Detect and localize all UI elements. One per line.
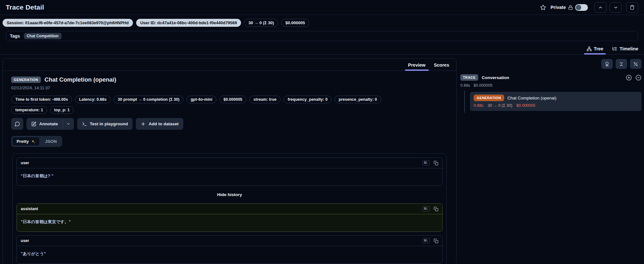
tab-preview-label: Preview: [408, 62, 426, 68]
privacy-toggle[interactable]: [575, 4, 588, 11]
observation-meta-badge: temperature: 1: [11, 106, 47, 114]
message-block: assistant M↓ "日本の首都は東京です。": [17, 203, 443, 232]
observation-actions: Annotate Test in playground: [11, 118, 448, 130]
annotate-dropdown-button[interactable]: [63, 118, 74, 130]
observation-meta-badge: stream: true: [249, 96, 281, 103]
panel-tabs: Preview Scores: [3, 59, 456, 71]
observation-meta-badge: top_p: 1: [50, 106, 74, 114]
observation-meta-badge: presence_penalty: 0: [334, 96, 381, 103]
observation-timestamp: 02/12/2024, 14:11:37: [11, 85, 448, 90]
trace-metrics: 0.68s $0.000005: [460, 83, 641, 88]
generation-node-title: Chat Completion (openai): [508, 96, 557, 100]
observation-badges: Time to first token: -498.00sLatency: 0.…: [11, 96, 413, 114]
active-tab-underline: [584, 53, 606, 55]
expand-all-icon[interactable]: [626, 75, 632, 81]
add-to-dataset-label: Add to dataset: [149, 121, 179, 126]
tab-timeline-label: Timeline: [619, 46, 638, 51]
message-content: "ありがとう": [17, 246, 442, 263]
edit-icon: [31, 121, 36, 127]
token-usage-badge: 30 → 0 (Σ 30): [244, 19, 278, 27]
trace-title: Conversation: [482, 75, 509, 80]
view-switcher: Tree Timeline: [0, 46, 644, 55]
prev-trace-button[interactable]: [594, 2, 606, 13]
node-tokens: 30 → 0 (Σ 30): [488, 103, 512, 108]
hide-history-label: Hide history: [217, 192, 242, 197]
lock-icon: [568, 5, 573, 10]
tab-scores-label: Scores: [434, 62, 449, 68]
tags-label: Tags: [10, 33, 20, 39]
message-header: user M↓: [17, 158, 442, 168]
message-content: "日本の首都は東京です。": [17, 214, 442, 231]
node-cost: $0.000005: [516, 103, 535, 108]
user-id-badge[interactable]: User ID: dc47a41e-06bc-400d-bde1-f0e440d…: [136, 19, 241, 27]
message-role: user: [21, 161, 29, 165]
message-role: user: [21, 238, 29, 243]
markdown-toggle-icon[interactable]: M↓: [422, 160, 430, 165]
message-content: "日本の首都は? ": [17, 168, 442, 186]
observation-meta-badge: Time to first token: -498.00s: [11, 96, 72, 103]
metrics-percent-icon[interactable]: [630, 59, 641, 69]
collapse-icon[interactable]: [635, 75, 641, 81]
collapse-all-icon[interactable]: [616, 59, 627, 69]
tab-scores[interactable]: Scores: [434, 59, 449, 70]
markdown-toggle-icon[interactable]: M↓: [422, 206, 430, 211]
message-header: assistant M↓: [17, 204, 442, 214]
generation-node-metrics: 0.68s 30 → 0 (Σ 30) $0.000005: [474, 103, 638, 108]
plus-icon: [141, 121, 146, 127]
trace-latency: 0.68s: [460, 83, 470, 88]
copy-icon[interactable]: [434, 238, 438, 243]
tab-tree-label: Tree: [594, 46, 604, 51]
tab-preview[interactable]: Preview: [408, 59, 426, 70]
trace-tree-panel: TRACE Conversation 0.68s $0.000005 GENER…: [460, 58, 641, 259]
star-icon[interactable]: [540, 4, 546, 11]
scores-award-icon[interactable]: [601, 59, 613, 69]
copy-icon[interactable]: [434, 161, 438, 165]
tree-children: GENERATION Chat Completion (openai) 0.68…: [460, 92, 641, 111]
session-badge[interactable]: Session: 01aaacf6-e0fe-457d-a7de-7c1ee08…: [3, 19, 133, 27]
trace-nav-buttons: [594, 2, 638, 13]
tags-list: Chat Competition: [24, 33, 62, 39]
toggle-knob: [576, 5, 581, 10]
generation-node-badge: GENERATION: [474, 95, 504, 101]
comment-button[interactable]: [11, 118, 23, 130]
tree-toolbar: [460, 59, 641, 69]
tag-chip[interactable]: Chat Competition: [24, 33, 62, 39]
observation-meta-badge: $0.000005: [219, 96, 246, 103]
privacy-label: Private: [551, 5, 566, 10]
messages-container: user M↓ "日本の首都は? " Hide history assistan…: [12, 153, 447, 264]
message-block: user M↓ "日本の首都は? ": [17, 158, 443, 186]
message-header: user M↓: [17, 236, 442, 246]
terminal-icon: [82, 121, 87, 127]
json-option[interactable]: JSON: [40, 137, 61, 146]
observation-meta-badge: 30 prompt → 0 completion (Σ 30): [113, 96, 184, 103]
annotate-button[interactable]: Annotate: [26, 118, 63, 130]
privacy-control: Private: [551, 4, 588, 11]
trace-root-row[interactable]: TRACE Conversation: [460, 74, 641, 81]
next-trace-button[interactable]: [610, 2, 622, 13]
test-in-playground-button[interactable]: Test in playground: [77, 118, 133, 130]
annotate-split-button: Annotate: [26, 118, 74, 130]
hide-history-toggle[interactable]: Hide history: [17, 189, 443, 200]
add-to-dataset-button[interactable]: Add to dataset: [136, 118, 183, 130]
pretty-label: Pretty: [17, 139, 29, 144]
copy-icon[interactable]: [434, 207, 438, 211]
delete-trace-button[interactable]: [626, 2, 638, 13]
tree-guide-line: [464, 91, 465, 113]
header-actions: Private: [540, 2, 638, 13]
generation-tree-node[interactable]: GENERATION Chat Completion (openai) 0.68…: [470, 92, 641, 111]
io-format-switcher: Pretty JSON: [11, 136, 62, 147]
pretty-option[interactable]: Pretty: [12, 137, 40, 146]
main-area: Preview Scores GENERATION Chat Completio…: [0, 55, 644, 259]
tags-container[interactable]: Tags Chat Competition: [6, 31, 638, 41]
markdown-toggle-icon[interactable]: M↓: [422, 238, 430, 243]
tab-tree[interactable]: Tree: [587, 46, 604, 54]
sparkles-icon: [31, 139, 35, 144]
page-header: Trace Detail Private: [0, 0, 644, 15]
annotate-label: Annotate: [39, 121, 58, 126]
tab-timeline[interactable]: Timeline: [612, 46, 638, 54]
tree-icon: [587, 46, 592, 51]
message-block: user M↓ "ありがとう": [17, 235, 443, 264]
trace-badge: TRACE: [460, 74, 478, 81]
observation-title: Chat Completion (openai): [45, 76, 116, 83]
message-role: assistant: [21, 207, 38, 211]
